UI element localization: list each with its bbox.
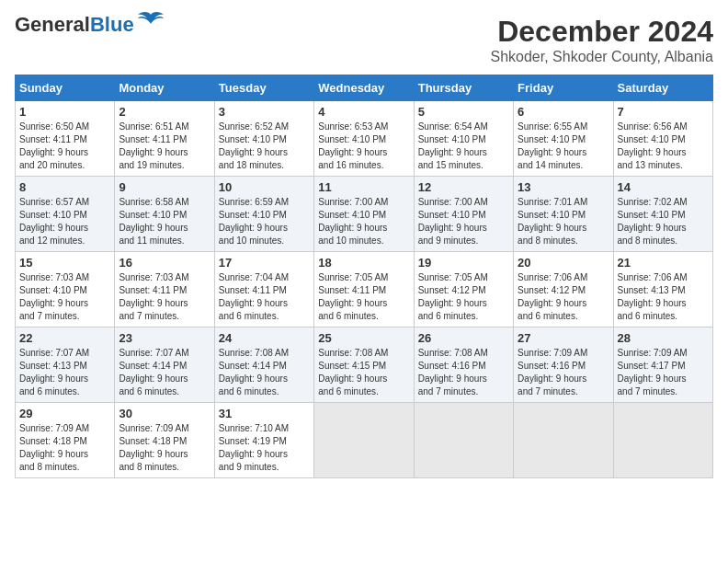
calendar-week-row: 22Sunrise: 7:07 AMSunset: 4:13 PMDayligh… [16,327,713,403]
page-header: GeneralBlue December 2024 Shkoder, Shkod… [15,15,713,65]
day-info: Sunrise: 6:53 AMSunset: 4:10 PMDaylight:… [318,121,409,172]
day-info: Sunrise: 7:07 AMSunset: 4:13 PMDaylight:… [19,347,110,398]
calendar-day-cell: 6Sunrise: 6:55 AMSunset: 4:10 PMDaylight… [514,101,613,177]
calendar-day-cell: 19Sunrise: 7:05 AMSunset: 4:12 PMDayligh… [414,252,513,327]
calendar-day-cell: 17Sunrise: 7:04 AMSunset: 4:11 PMDayligh… [214,252,313,327]
day-info: Sunrise: 7:09 AMSunset: 4:18 PMDaylight:… [119,422,210,474]
calendar-table: SundayMondayTuesdayWednesdayThursdayFrid… [15,75,713,478]
day-number: 28 [618,331,709,345]
day-number: 19 [418,256,509,270]
calendar-body: 1Sunrise: 6:50 AMSunset: 4:11 PMDaylight… [16,101,713,478]
calendar-header: SundayMondayTuesdayWednesdayThursdayFrid… [16,75,713,101]
day-info: Sunrise: 7:08 AMSunset: 4:14 PMDaylight:… [219,347,310,398]
calendar-day-cell: 9Sunrise: 6:58 AMSunset: 4:10 PMDaylight… [115,177,214,252]
day-number: 20 [518,256,609,270]
day-number: 31 [219,407,310,420]
calendar-day-cell: 2Sunrise: 6:51 AMSunset: 4:11 PMDaylight… [115,101,214,177]
day-number: 12 [418,180,509,194]
title-block: December 2024 Shkoder, Shkoder County, A… [490,15,713,65]
day-number: 21 [618,256,709,270]
day-number: 23 [119,331,210,345]
day-number: 30 [119,407,210,420]
day-info: Sunrise: 6:52 AMSunset: 4:10 PMDaylight:… [219,121,310,172]
calendar-day-cell [314,403,414,478]
day-info: Sunrise: 7:10 AMSunset: 4:19 PMDaylight:… [219,422,310,474]
day-number: 18 [318,256,409,270]
calendar-day-cell: 22Sunrise: 7:07 AMSunset: 4:13 PMDayligh… [16,327,115,403]
calendar-day-cell: 26Sunrise: 7:08 AMSunset: 4:16 PMDayligh… [414,327,513,403]
calendar-day-cell: 11Sunrise: 7:00 AMSunset: 4:10 PMDayligh… [314,177,414,252]
day-info: Sunrise: 6:59 AMSunset: 4:10 PMDaylight:… [219,196,310,247]
day-number: 29 [19,407,110,420]
calendar-day-cell: 7Sunrise: 6:56 AMSunset: 4:10 PMDaylight… [613,101,712,177]
calendar-day-cell: 4Sunrise: 6:53 AMSunset: 4:10 PMDaylight… [314,101,414,177]
day-number: 7 [618,105,709,119]
day-info: Sunrise: 7:09 AMSunset: 4:18 PMDaylight:… [19,422,110,474]
calendar-day-cell: 29Sunrise: 7:09 AMSunset: 4:18 PMDayligh… [16,403,115,478]
day-info: Sunrise: 7:08 AMSunset: 4:15 PMDaylight:… [318,347,409,398]
day-info: Sunrise: 7:00 AMSunset: 4:10 PMDaylight:… [318,196,409,247]
day-number: 15 [19,256,110,270]
calendar-day-cell: 31Sunrise: 7:10 AMSunset: 4:19 PMDayligh… [214,403,313,478]
page-subtitle: Shkoder, Shkoder County, Albania [490,49,713,65]
day-number: 10 [219,180,310,194]
calendar-day-cell [414,403,513,478]
calendar-day-cell: 20Sunrise: 7:06 AMSunset: 4:12 PMDayligh… [514,252,613,327]
day-number: 11 [318,180,409,194]
logo-text: GeneralBlue [15,15,134,35]
calendar-week-row: 8Sunrise: 6:57 AMSunset: 4:10 PMDaylight… [16,177,713,252]
calendar-day-cell: 25Sunrise: 7:08 AMSunset: 4:15 PMDayligh… [314,327,414,403]
calendar-day-cell: 28Sunrise: 7:09 AMSunset: 4:17 PMDayligh… [613,327,712,403]
logo: GeneralBlue [15,15,164,35]
day-info: Sunrise: 6:58 AMSunset: 4:10 PMDaylight:… [119,196,210,247]
day-number: 14 [618,180,709,194]
logo-bird-icon [138,11,164,31]
calendar-week-row: 29Sunrise: 7:09 AMSunset: 4:18 PMDayligh… [16,403,713,478]
calendar-day-cell: 12Sunrise: 7:00 AMSunset: 4:10 PMDayligh… [414,177,513,252]
weekday-header-monday: Monday [115,75,214,101]
day-number: 26 [418,331,509,345]
day-info: Sunrise: 7:09 AMSunset: 4:17 PMDaylight:… [618,347,709,398]
day-number: 2 [119,105,210,119]
day-info: Sunrise: 7:06 AMSunset: 4:13 PMDaylight:… [618,271,709,323]
calendar-day-cell: 24Sunrise: 7:08 AMSunset: 4:14 PMDayligh… [214,327,313,403]
page-title: December 2024 [490,15,713,49]
day-number: 1 [19,105,110,119]
calendar-day-cell: 18Sunrise: 7:05 AMSunset: 4:11 PMDayligh… [314,252,414,327]
day-number: 25 [318,331,409,345]
calendar-day-cell [514,403,613,478]
day-info: Sunrise: 7:00 AMSunset: 4:10 PMDaylight:… [418,196,509,247]
weekday-header-thursday: Thursday [414,75,513,101]
calendar-day-cell: 1Sunrise: 6:50 AMSunset: 4:11 PMDaylight… [16,101,115,177]
day-info: Sunrise: 6:55 AMSunset: 4:10 PMDaylight:… [518,121,609,172]
day-info: Sunrise: 7:07 AMSunset: 4:14 PMDaylight:… [119,347,210,398]
day-info: Sunrise: 7:02 AMSunset: 4:10 PMDaylight:… [618,196,709,247]
day-info: Sunrise: 7:03 AMSunset: 4:10 PMDaylight:… [19,271,110,323]
day-number: 9 [119,180,210,194]
weekday-header-sunday: Sunday [16,75,115,101]
day-number: 6 [518,105,609,119]
day-info: Sunrise: 6:56 AMSunset: 4:10 PMDaylight:… [618,121,709,172]
weekday-header-tuesday: Tuesday [214,75,313,101]
day-info: Sunrise: 7:06 AMSunset: 4:12 PMDaylight:… [518,271,609,323]
calendar-day-cell: 30Sunrise: 7:09 AMSunset: 4:18 PMDayligh… [115,403,214,478]
calendar-week-row: 1Sunrise: 6:50 AMSunset: 4:11 PMDaylight… [16,101,713,177]
calendar-day-cell: 8Sunrise: 6:57 AMSunset: 4:10 PMDaylight… [16,177,115,252]
day-info: Sunrise: 6:54 AMSunset: 4:10 PMDaylight:… [418,121,509,172]
day-info: Sunrise: 6:57 AMSunset: 4:10 PMDaylight:… [19,196,110,247]
calendar-day-cell: 14Sunrise: 7:02 AMSunset: 4:10 PMDayligh… [613,177,712,252]
day-number: 24 [219,331,310,345]
calendar-day-cell: 16Sunrise: 7:03 AMSunset: 4:11 PMDayligh… [115,252,214,327]
weekday-header-saturday: Saturday [613,75,712,101]
calendar-day-cell: 13Sunrise: 7:01 AMSunset: 4:10 PMDayligh… [514,177,613,252]
day-info: Sunrise: 7:08 AMSunset: 4:16 PMDaylight:… [418,347,509,398]
weekday-header-friday: Friday [514,75,613,101]
day-number: 5 [418,105,509,119]
calendar-day-cell: 5Sunrise: 6:54 AMSunset: 4:10 PMDaylight… [414,101,513,177]
day-number: 22 [19,331,110,345]
day-info: Sunrise: 6:51 AMSunset: 4:11 PMDaylight:… [119,121,210,172]
day-number: 27 [518,331,609,345]
day-info: Sunrise: 7:05 AMSunset: 4:12 PMDaylight:… [418,271,509,323]
day-number: 13 [518,180,609,194]
day-info: Sunrise: 7:03 AMSunset: 4:11 PMDaylight:… [119,271,210,323]
